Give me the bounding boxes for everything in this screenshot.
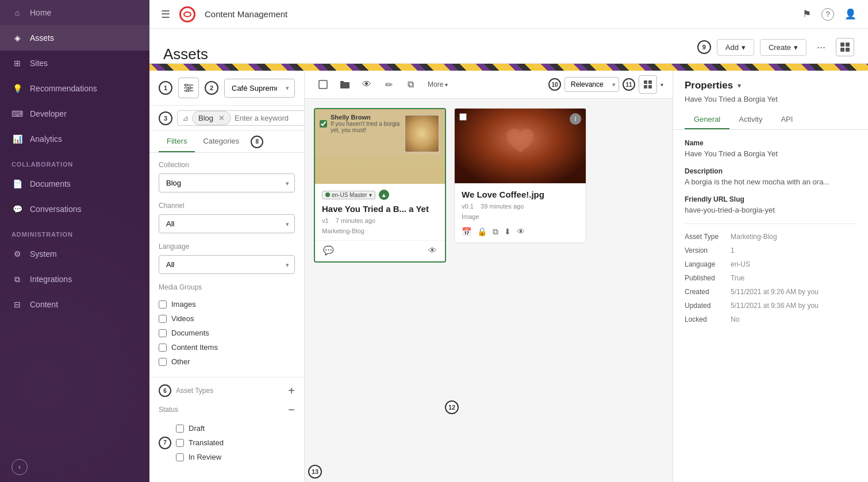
- asset-chat-button[interactable]: 💬: [322, 244, 335, 257]
- sidebar-item-assets[interactable]: ◈ Assets: [0, 25, 149, 51]
- callout-9: 9: [697, 40, 711, 54]
- asset-lock-button[interactable]: 🔒: [476, 226, 488, 237]
- asset-copy-button[interactable]: ⧉: [491, 226, 500, 238]
- sidebar-item-integrations[interactable]: ⧉ Integrations: [0, 267, 149, 292]
- callout-1: 1: [159, 81, 172, 95]
- view-toggle-button[interactable]: [836, 38, 854, 56]
- more-actions-arrow: ▾: [445, 82, 448, 88]
- checkbox-draft[interactable]: Draft: [176, 421, 295, 435]
- properties-tabs: General Activity API: [685, 110, 857, 129]
- relevance-select[interactable]: Relevance Date Title: [564, 77, 619, 92]
- asset-card-2[interactable]: I We Love Coffee!.jpg v0.1 39 minutes ag…: [454, 108, 586, 243]
- status-collapse-button[interactable]: −: [288, 404, 295, 415]
- sidebar-item-label: Documents: [30, 179, 71, 188]
- sidebar-collapse[interactable]: ‹: [0, 452, 149, 482]
- sidebar-item-content[interactable]: ⊟ Content: [0, 292, 149, 317]
- checkbox-content-items[interactable]: Content Items: [159, 340, 295, 354]
- folder-button[interactable]: [336, 75, 354, 94]
- checkbox-videos[interactable]: Videos: [159, 311, 295, 326]
- language-filter-select[interactable]: All: [159, 255, 295, 274]
- tab-categories[interactable]: Categories: [195, 131, 247, 152]
- relevance-select-wrap: Relevance Date Title ▾: [564, 77, 619, 92]
- sidebar: ⌂ Home ◈ Assets ⊞ Sites 💡 Recommendation…: [0, 0, 149, 482]
- asset-author-1: Shelly Brown: [331, 114, 405, 121]
- asset-checkbox-1[interactable]: [320, 120, 327, 128]
- callout-3: 3: [159, 111, 172, 125]
- prop-meta-label: Language: [685, 257, 731, 271]
- prop-tab-activity[interactable]: Activity: [729, 110, 771, 129]
- asset-types-add-button[interactable]: +: [288, 385, 295, 396]
- sidebar-item-developer[interactable]: ⌨ Developer: [0, 101, 149, 126]
- sidebar-item-sites[interactable]: ⊞ Sites: [0, 51, 149, 76]
- chip-remove-button[interactable]: ✕: [218, 114, 225, 122]
- page-header: Assets 9 Add ▾ Create ▾ ···: [149, 29, 868, 64]
- edit-button[interactable]: ✏: [379, 75, 398, 94]
- user-icon[interactable]: 👤: [844, 8, 857, 20]
- properties-subtitle: Have You Tried a Borgia Yet: [685, 95, 857, 103]
- prop-tab-api[interactable]: API: [771, 110, 802, 129]
- select-all-button[interactable]: [314, 75, 332, 94]
- more-actions-button[interactable]: More ▾: [423, 75, 452, 94]
- add-button[interactable]: Add ▾: [717, 39, 754, 56]
- sidebar-item-analytics[interactable]: 📊 Analytics: [0, 126, 149, 152]
- sidebar-item-recommendations[interactable]: 💡 Recommendations: [0, 76, 149, 101]
- asset-view-button[interactable]: 👁: [427, 244, 438, 256]
- prop-meta-label: Asset Type: [685, 230, 731, 244]
- prop-meta-value: 5/11/2021 at 9:26 AM by you: [731, 285, 857, 299]
- view-button[interactable]: 👁: [358, 75, 376, 94]
- asset-view-button-2[interactable]: 👁: [516, 226, 526, 237]
- filter-options-button[interactable]: [178, 78, 199, 98]
- prop-meta-label: Updated: [685, 299, 731, 313]
- help-icon[interactable]: ?: [821, 8, 834, 21]
- flag-icon[interactable]: ⚑: [802, 8, 811, 20]
- copy-button[interactable]: ⧉: [401, 75, 420, 94]
- collection-select[interactable]: Café Supremo: [224, 79, 295, 98]
- svg-rect-2: [840, 48, 844, 52]
- sidebar-item-home[interactable]: ⌂ Home: [0, 0, 149, 25]
- asset-calendar-button[interactable]: 📅: [460, 226, 473, 237]
- asset-checkbox-2[interactable]: [459, 113, 467, 121]
- checkbox-in-review[interactable]: In Review: [176, 450, 295, 464]
- asset-card-body-1: en-US Master ▾ ▲ Have You Tried a B... a…: [315, 184, 445, 240]
- sidebar-item-label: Content: [30, 300, 58, 309]
- channel-filter-select[interactable]: All: [159, 214, 295, 233]
- language-badge-1[interactable]: en-US Master ▾: [322, 191, 375, 199]
- asset-card-1[interactable]: Shelly Brown If you haven't tried a borg…: [314, 108, 446, 263]
- svg-rect-0: [840, 43, 844, 47]
- prop-meta-label: Created: [685, 285, 731, 299]
- search-input[interactable]: [235, 111, 305, 125]
- asset-types-label: Asset Types: [176, 387, 213, 395]
- svg-rect-14: [648, 85, 652, 88]
- prop-tab-general[interactable]: General: [685, 110, 729, 129]
- asset-actions-1: 💬 👁: [315, 240, 445, 261]
- grid-view-button[interactable]: [639, 75, 657, 94]
- sidebar-item-documents[interactable]: 📄 Documents: [0, 171, 149, 196]
- collapse-button[interactable]: ‹: [11, 459, 28, 475]
- more-button[interactable]: ···: [812, 39, 830, 56]
- home-icon: ⌂: [11, 7, 23, 18]
- callout-10: 10: [548, 78, 561, 91]
- checkbox-documents[interactable]: Documents: [159, 326, 295, 340]
- asset-banner-2: I: [455, 109, 586, 183]
- svg-rect-10: [319, 80, 327, 88]
- content-icon: ⊟: [11, 299, 23, 310]
- create-button[interactable]: Create ▾: [760, 39, 806, 56]
- content-area: 1 2 Café Supremo ▾: [149, 71, 868, 482]
- sidebar-item-system[interactable]: ⚙ System: [0, 241, 149, 267]
- sidebar-item-conversations[interactable]: 💬 Conversations: [0, 196, 149, 222]
- collection-filter-select[interactable]: Blog: [159, 173, 295, 192]
- assets-grid: 13 Shelly Brown If you haven't tried a b…: [305, 99, 673, 482]
- checkbox-translated[interactable]: Translated: [176, 435, 295, 450]
- checkbox-other[interactable]: Other: [159, 354, 295, 369]
- callout-2: 2: [205, 81, 218, 95]
- integrations-icon: ⧉: [11, 273, 23, 285]
- checkbox-images[interactable]: Images: [159, 297, 295, 311]
- prop-meta-row: Asset Type Marketing-Blog: [685, 230, 857, 244]
- add-dropdown-arrow: ▾: [742, 43, 746, 52]
- main-area: ☰ Content Management ⚑ ? 👤 Assets 9 Add …: [149, 0, 868, 482]
- hamburger-icon[interactable]: ☰: [161, 8, 170, 21]
- properties-dropdown[interactable]: ▾: [738, 82, 741, 90]
- asset-download-button[interactable]: ⬇: [503, 226, 512, 237]
- tab-filters[interactable]: Filters: [159, 131, 195, 152]
- search-chip: Blog ✕: [192, 111, 231, 125]
